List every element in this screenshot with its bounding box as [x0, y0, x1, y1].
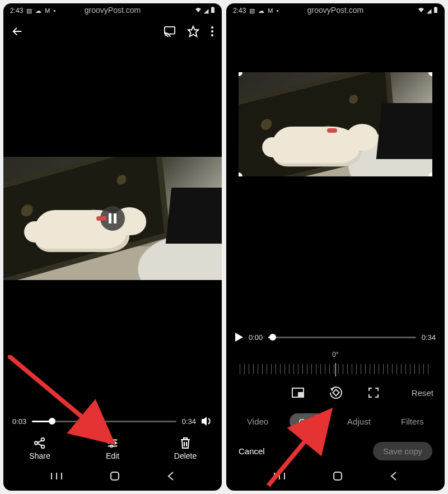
crop-canvas-area [226, 18, 445, 231]
trim-bar: 0:00 0:34 [226, 327, 445, 347]
svg-rect-7 [109, 213, 111, 223]
nav-home-icon[interactable] [110, 471, 120, 483]
trash-icon [180, 437, 191, 449]
share-label: Share [29, 451, 50, 460]
save-copy-button[interactable]: Save copy [373, 442, 432, 460]
crop-frame[interactable] [239, 72, 432, 176]
mail-icon: M [268, 7, 273, 14]
wifi-icon [418, 7, 424, 14]
watermark-brand: groovyPost.com [307, 6, 363, 15]
rotation-degree: 0° [226, 351, 445, 358]
svg-marker-9 [202, 417, 207, 426]
svg-rect-1 [212, 7, 213, 7]
mail-icon: M [45, 7, 50, 14]
svg-point-5 [211, 30, 213, 32]
status-bar: 2:43 ▧ ☁ M • groovyPost.com ◢ [3, 3, 222, 18]
android-navbar [3, 464, 222, 491]
aspect-ratio-icon[interactable] [292, 388, 304, 398]
time-total: 0:34 [422, 333, 436, 342]
svg-point-15 [110, 445, 113, 448]
dot-icon: • [54, 7, 56, 14]
image-icon: ▧ [26, 7, 32, 15]
status-time: 2:43 [233, 7, 246, 15]
status-time: 2:43 [10, 7, 23, 15]
cast-icon[interactable] [164, 26, 176, 37]
svg-point-10 [35, 441, 38, 445]
volume-icon[interactable] [202, 416, 213, 426]
svg-point-6 [211, 34, 213, 36]
video-area[interactable] [3, 45, 222, 411]
star-outline-icon[interactable] [187, 25, 199, 38]
top-toolbar [3, 18, 222, 45]
battery-icon [433, 7, 438, 15]
edit-label: Edit [106, 451, 119, 460]
svg-point-4 [211, 26, 213, 29]
tab-filters[interactable]: Filters [392, 413, 433, 430]
tab-video[interactable]: Video [238, 413, 277, 430]
edit-button[interactable]: Edit [87, 437, 138, 460]
phone-right-crop-editor: 2:43 ▧ ☁ M • groovyPost.com ◢ [226, 3, 445, 491]
delete-button[interactable]: Delete [160, 437, 211, 460]
edit-tabs: Video Crop Adjust Filters [226, 406, 445, 433]
nav-recents-icon[interactable] [273, 472, 286, 483]
back-arrow-icon[interactable] [11, 25, 24, 38]
dot-icon: • [277, 7, 279, 14]
screenshot-pair: 2:43 ▧ ☁ M • groovyPost.com ◢ [3, 3, 445, 491]
video-frame[interactable] [3, 157, 222, 280]
image-icon: ▧ [249, 7, 255, 15]
android-navbar [226, 464, 445, 491]
svg-rect-0 [211, 7, 214, 13]
nav-recents-icon[interactable] [50, 472, 63, 483]
signal-icon: ◢ [427, 7, 431, 15]
cancel-button[interactable]: Cancel [239, 446, 265, 456]
editor-bottom-row: Cancel Save copy [226, 433, 445, 464]
cloud-icon: ☁ [35, 7, 41, 15]
signal-icon: ◢ [204, 7, 208, 15]
crop-handle-tr[interactable] [428, 72, 432, 76]
time-current: 0:03 [12, 417, 26, 426]
svg-rect-23 [435, 7, 436, 7]
rotate-icon[interactable] [330, 386, 342, 399]
playback-bar: 0:03 0:34 [3, 411, 222, 431]
svg-marker-24 [235, 333, 243, 342]
svg-marker-27 [330, 388, 334, 392]
svg-rect-8 [114, 213, 116, 223]
nav-back-icon[interactable] [390, 471, 398, 483]
seek-track[interactable] [32, 421, 176, 422]
share-button[interactable]: Share [15, 437, 65, 460]
reset-button[interactable]: Reset [412, 388, 433, 398]
wifi-icon [195, 7, 202, 14]
svg-marker-3 [188, 26, 198, 36]
cloud-icon: ☁ [258, 7, 264, 15]
delete-label: Delete [174, 451, 197, 460]
time-total: 0:34 [182, 417, 196, 426]
svg-rect-28 [333, 389, 339, 395]
time-current: 0:00 [249, 333, 263, 342]
svg-rect-32 [334, 472, 342, 480]
expand-icon[interactable] [368, 387, 379, 398]
action-row: Share Edit Delete [3, 431, 222, 464]
trim-track[interactable] [268, 337, 416, 338]
tab-crop[interactable]: Crop [290, 413, 326, 430]
watermark-brand: groovyPost.com [85, 6, 141, 15]
nav-back-icon[interactable] [167, 471, 175, 483]
share-icon [34, 437, 46, 449]
svg-point-13 [110, 439, 112, 441]
rotation-ruler[interactable] [240, 361, 431, 378]
play-icon[interactable] [235, 333, 243, 342]
edit-sliders-icon [106, 437, 119, 449]
status-bar: 2:43 ▧ ☁ M • groovyPost.com ◢ [226, 3, 445, 18]
svg-point-14 [114, 442, 116, 444]
phone-left-viewer: 2:43 ▧ ☁ M • groovyPost.com ◢ [3, 3, 222, 491]
svg-rect-26 [298, 392, 304, 397]
crop-handle-tl[interactable] [239, 72, 242, 76]
crop-tool-icons: Reset [226, 383, 445, 406]
nav-home-icon[interactable] [333, 471, 343, 483]
svg-rect-22 [434, 7, 437, 13]
svg-rect-19 [111, 472, 119, 480]
more-vert-icon[interactable] [211, 26, 214, 37]
battery-icon [211, 7, 215, 15]
tab-adjust[interactable]: Adjust [338, 413, 380, 430]
